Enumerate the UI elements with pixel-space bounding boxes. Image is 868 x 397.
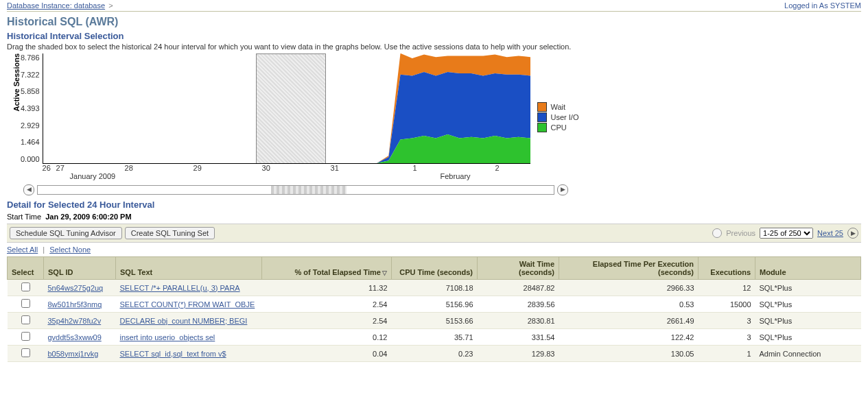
timeline-next-icon[interactable]: ▶ xyxy=(557,184,568,195)
sql-id-link[interactable]: 35p4h2w78fu2v xyxy=(48,317,102,325)
cell-exec: 1 xyxy=(699,346,755,362)
col-module[interactable]: Module xyxy=(755,257,861,280)
timeline-slider-thumb[interactable] xyxy=(271,186,347,194)
col-sql-text[interactable]: SQL Text xyxy=(116,257,262,280)
table-row: 5n64ws275g2uqSELECT /*+ PARALLEL(u, 3) P… xyxy=(8,280,861,296)
row-select-checkbox[interactable] xyxy=(21,299,30,308)
cell-wait: 331.54 xyxy=(478,329,559,346)
sort-desc-icon: ▽ xyxy=(382,269,387,276)
table-row: b058ymxj1rvkgSELECT sql_id,sql_text from… xyxy=(8,346,861,362)
start-time-value: Jan 29, 2009 6:00:20 PM xyxy=(45,213,131,221)
previous-label-disabled: Previous xyxy=(726,229,755,237)
next-page-go-icon[interactable]: ▶ xyxy=(847,228,858,239)
col-executions[interactable]: Executions xyxy=(699,257,755,280)
next-page-link[interactable]: Next 25 xyxy=(817,229,843,237)
xtick: 29 xyxy=(193,164,202,172)
ytick: 2.929 xyxy=(21,121,40,130)
col-select[interactable]: Select xyxy=(8,257,44,280)
row-select-checkbox[interactable] xyxy=(21,348,30,357)
cell-wait: 129.83 xyxy=(478,346,559,362)
ytick: 8.786 xyxy=(21,53,40,62)
table-row: 35p4h2w78fu2vDECLARE obj_count NUMBER; B… xyxy=(8,313,861,329)
cell-cpu: 5153.66 xyxy=(392,313,478,329)
active-sessions-chart: Active Sessions 8.786 7.322 5.858 4.393 … xyxy=(7,53,861,182)
row-select-checkbox[interactable] xyxy=(21,332,30,341)
cell-epe: 122.42 xyxy=(559,329,699,346)
cell-exec: 3 xyxy=(699,329,755,346)
schedule-tuning-button[interactable]: Schedule SQL Tuning Advisor xyxy=(10,227,122,239)
sql-id-link[interactable]: b058ymxj1rvkg xyxy=(48,350,99,358)
cell-wait: 28487.82 xyxy=(478,280,559,296)
sql-id-link[interactable]: gvddt5s3xww09 xyxy=(48,333,102,341)
breadcrumb-separator: > xyxy=(108,1,113,10)
cell-module: SQL*Plus xyxy=(755,329,861,346)
row-select-checkbox[interactable] xyxy=(21,315,30,324)
cell-pct: 2.54 xyxy=(262,296,392,313)
cell-epe: 130.05 xyxy=(559,346,699,362)
select-none-link[interactable]: Select None xyxy=(49,245,91,254)
page-range-select[interactable]: 1-25 of 250 xyxy=(760,228,813,239)
timeline-slider-track[interactable] xyxy=(37,185,554,195)
chart-legend: Wait User I/O CPU xyxy=(537,101,579,133)
chart-plot-area[interactable] xyxy=(43,53,530,164)
col-cpu-time[interactable]: CPU Time (seconds) xyxy=(392,257,478,280)
cell-pct: 11.32 xyxy=(262,280,392,296)
legend-swatch-cpu xyxy=(537,123,547,132)
col-pct-elapsed[interactable]: % of Total Elapsed Time▽ xyxy=(262,257,392,280)
sql-text-link[interactable]: SELECT /*+ PARALLEL(u, 3) PARA xyxy=(120,284,240,292)
sql-text-link[interactable]: DECLARE obj_count NUMBER; BEGI xyxy=(120,317,248,325)
xtick: 26 xyxy=(43,164,51,172)
cell-epe: 2966.33 xyxy=(559,280,699,296)
ytick: 1.464 xyxy=(21,138,40,146)
col-elapsed-per-exec[interactable]: Elapsed Time Per Execution (seconds) xyxy=(559,257,699,280)
cell-cpu: 5156.96 xyxy=(392,296,478,313)
start-time-row: Start Time Jan 29, 2009 6:00:20 PM xyxy=(7,213,861,221)
timeline-prev-icon[interactable]: ◀ xyxy=(23,184,34,195)
cell-cpu: 0.23 xyxy=(392,346,478,362)
col-sql-id[interactable]: SQL ID xyxy=(44,257,116,280)
cell-pct: 0.12 xyxy=(262,329,392,346)
page-title: Historical SQL (AWR) xyxy=(7,16,861,28)
create-tuning-set-button[interactable]: Create SQL Tuning Set xyxy=(125,227,215,239)
cell-exec: 15000 xyxy=(699,296,755,313)
interval-help-text: Drag the shaded box to select the histor… xyxy=(7,43,861,51)
xtick: 1 xyxy=(413,164,417,172)
interval-selection-box[interactable] xyxy=(256,53,326,164)
chart-ylabel: Active Sessions xyxy=(11,53,21,139)
breadcrumb-link[interactable]: Database Instance: database xyxy=(7,1,105,10)
cell-epe: 0.53 xyxy=(559,296,699,313)
xtick: 28 xyxy=(125,164,133,172)
month-label: January 2009 xyxy=(70,172,116,180)
cell-epe: 2661.49 xyxy=(559,313,699,329)
ytick: 5.858 xyxy=(21,87,40,95)
interval-header: Historical Interval Selection xyxy=(7,31,861,41)
table-row: gvddt5s3xww09insert into userio_objects … xyxy=(8,329,861,346)
row-select-checkbox[interactable] xyxy=(21,282,30,291)
sql-text-link[interactable]: SELECT sql_id,sql_text from v$ xyxy=(120,350,226,358)
cell-cpu: 35.71 xyxy=(392,329,478,346)
login-status: Logged in As SYSTEM xyxy=(784,1,861,10)
xtick: 30 xyxy=(262,164,270,172)
cell-pct: 2.54 xyxy=(262,313,392,329)
xtick: 31 xyxy=(331,164,339,172)
sql-id-link[interactable]: 8w501hr5f3nmq xyxy=(48,300,102,309)
ytick: 7.322 xyxy=(21,71,40,79)
sql-results-table: Select SQL ID SQL Text % of Total Elapse… xyxy=(7,256,861,362)
detail-header: Detail for Selected 24 Hour Interval xyxy=(7,200,861,210)
col-wait-time[interactable]: Wait Time (seconds) xyxy=(478,257,559,280)
ytick: 0.000 xyxy=(21,155,40,163)
legend-label: User I/O xyxy=(551,113,579,121)
sql-text-link[interactable]: SELECT COUNT(*) FROM WAIT_OBJE xyxy=(120,300,255,309)
table-row: 8w501hr5f3nmqSELECT COUNT(*) FROM WAIT_O… xyxy=(8,296,861,313)
sql-id-link[interactable]: 5n64ws275g2uq xyxy=(48,284,104,292)
cell-exec: 3 xyxy=(699,313,755,329)
cell-cpu: 7108.18 xyxy=(392,280,478,296)
pipe-separator: | xyxy=(43,245,45,254)
legend-label: Wait xyxy=(551,103,566,111)
cell-wait: 2830.81 xyxy=(478,313,559,329)
cell-wait: 2839.56 xyxy=(478,296,559,313)
chart-yaxis: 8.786 7.322 5.858 4.393 2.929 1.464 0.00… xyxy=(21,53,43,163)
sql-text-link[interactable]: insert into userio_objects sel xyxy=(120,333,215,341)
select-all-link[interactable]: Select All xyxy=(7,245,38,254)
legend-swatch-userio xyxy=(537,112,547,122)
